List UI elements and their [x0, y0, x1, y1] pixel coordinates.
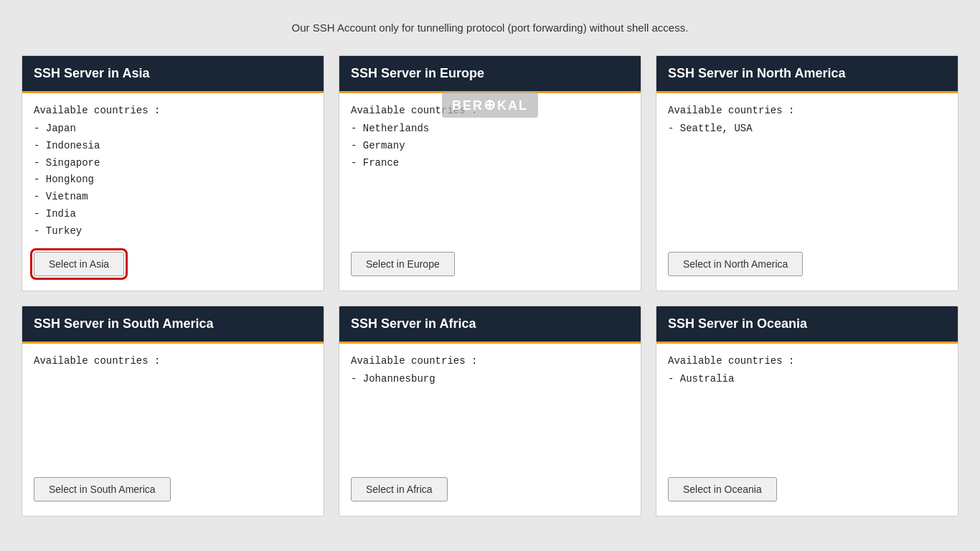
country-item: - Singapore — [34, 155, 312, 172]
card-title-asia: SSH Server in Asia — [34, 66, 312, 81]
card-header-africa: SSH Server in Africa — [339, 306, 641, 344]
countries-label-oceania: Available countries : — [668, 355, 946, 367]
country-item: - Vietnam — [34, 189, 312, 206]
card-north-america: SSH Server in North AmericaAvailable cou… — [656, 55, 958, 291]
server-grid: SSH Server in AsiaAvailable countries :-… — [22, 55, 958, 517]
select-button-europe[interactable]: Select in Europe — [351, 252, 455, 276]
country-item: - Indonesia — [34, 138, 312, 155]
country-list-oceania: - Australia — [668, 371, 946, 388]
card-oceania: SSH Server in OceaniaAvailable countries… — [656, 306, 958, 517]
select-button-africa[interactable]: Select in Africa — [351, 477, 448, 501]
card-asia: SSH Server in AsiaAvailable countries :-… — [22, 55, 324, 291]
country-list-asia: - Japan- Indonesia- Singapore- Hongkong-… — [34, 121, 312, 240]
card-body-oceania: Available countries :- AustraliaSelect i… — [656, 344, 958, 516]
card-africa: SSH Server in AfricaAvailable countries … — [339, 306, 641, 517]
countries-label-asia: Available countries : — [34, 105, 312, 116]
card-title-north-america: SSH Server in North America — [668, 66, 946, 81]
page-subtitle: Our SSH Account only for tunnelling prot… — [22, 14, 958, 34]
card-header-europe: SSH Server in Europe — [339, 56, 641, 93]
card-title-africa: SSH Server in Africa — [351, 316, 629, 331]
card-title-europe: SSH Server in Europe — [351, 66, 629, 81]
country-item: - Japan — [34, 121, 312, 138]
card-header-south-america: SSH Server in South America — [22, 306, 324, 344]
country-item: - France — [351, 155, 629, 172]
country-item: - Johannesburg — [351, 371, 629, 388]
country-list-europe: - Netherlands- Germany- France — [351, 121, 629, 171]
card-body-europe: BER⊕KALAvailable countries :- Netherland… — [339, 93, 641, 291]
country-list-africa: - Johannesburg — [351, 371, 629, 388]
card-header-north-america: SSH Server in North America — [656, 56, 958, 93]
card-title-oceania: SSH Server in Oceania — [668, 316, 946, 331]
select-button-oceania[interactable]: Select in Oceania — [668, 477, 777, 501]
country-item: - Netherlands — [351, 121, 629, 138]
card-body-north-america: Available countries :- Seattle, USASelec… — [656, 93, 958, 291]
country-item: - Australia — [668, 371, 946, 388]
country-list-north-america: - Seattle, USA — [668, 121, 946, 138]
select-button-north-america[interactable]: Select in North America — [668, 252, 803, 276]
page-wrapper: Our SSH Account only for tunnelling prot… — [0, 0, 980, 531]
card-body-south-america: Available countries :Select in South Ame… — [22, 344, 324, 516]
countries-label-north-america: Available countries : — [668, 105, 946, 116]
country-item: - Hongkong — [34, 171, 312, 189]
select-button-asia[interactable]: Select in Asia — [34, 252, 124, 276]
card-south-america: SSH Server in South AmericaAvailable cou… — [22, 306, 324, 517]
countries-label-africa: Available countries : — [351, 355, 629, 367]
countries-label-europe: Available countries : — [351, 105, 629, 116]
card-header-asia: SSH Server in Asia — [22, 56, 324, 93]
country-item: - India — [34, 206, 312, 223]
card-body-africa: Available countries :- JohannesburgSelec… — [339, 344, 641, 516]
card-body-asia: Available countries :- Japan- Indonesia-… — [22, 93, 324, 291]
select-button-south-america[interactable]: Select in South America — [34, 477, 171, 501]
country-item: - Germany — [351, 138, 629, 155]
card-europe: SSH Server in EuropeBER⊕KALAvailable cou… — [339, 55, 641, 291]
countries-label-south-america: Available countries : — [34, 355, 312, 367]
card-title-south-america: SSH Server in South America — [34, 316, 312, 331]
card-header-oceania: SSH Server in Oceania — [656, 306, 958, 344]
country-item: - Seattle, USA — [668, 121, 946, 138]
country-item: - Turkey — [34, 223, 312, 240]
